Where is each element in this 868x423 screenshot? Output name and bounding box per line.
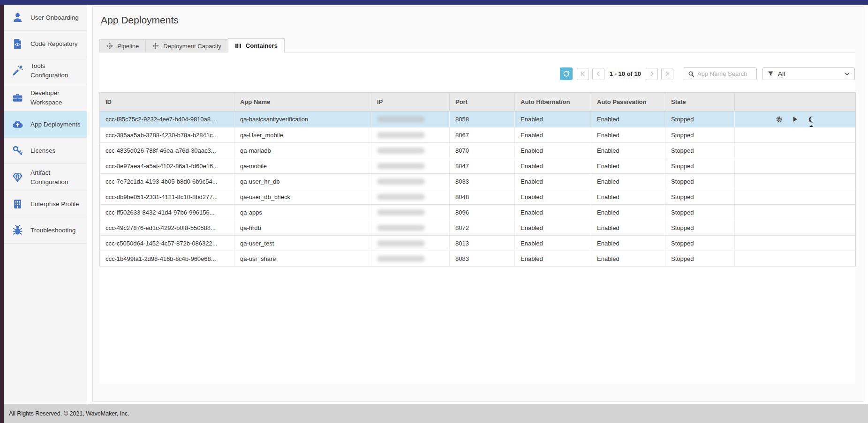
next-page-button[interactable] [646,68,658,80]
table-row[interactable]: ccc-1b499fa1-2d98-416b-8c4b-960e68...qa-… [100,251,856,267]
cell-auto-hibernation: Enabled [515,189,591,205]
tab-pipeline[interactable]: Pipeline [99,39,145,52]
prev-page-icon [595,71,601,77]
cell-id: ccc-db9be051-2331-4121-8c10-8bd277... [100,189,234,205]
sidebar-item-label: User Onboarding [30,13,82,22]
cell-state: Stopped [665,111,735,127]
start-button[interactable] [792,116,799,123]
cell-state: Stopped [665,174,735,189]
cell-id: ccc-49c27876-ed1c-4292-b0f8-550588... [100,220,234,236]
tab-bar: PipelineDeployment CapacityContainers [99,38,285,52]
ip-redacted-value [377,240,425,246]
main-panel: App Deployments PipelineDeployment Capac… [92,6,863,402]
prev-page-button[interactable] [592,68,604,80]
refresh-button[interactable] [560,67,573,80]
pagination-label: 1 - 10 of 10 [610,70,641,77]
cell-auto-hibernation: Enabled [515,220,591,236]
cell-port: 8048 [450,189,515,205]
gear-icon [776,116,783,123]
containers-icon [235,43,242,49]
chevron-down-icon [845,72,850,76]
table-row[interactable]: ccc-49c27876-ed1c-4292-b0f8-550588...qa-… [100,220,856,236]
table-row[interactable]: ccc-ff502633-8432-41d4-97b6-996156...qa-… [100,205,856,220]
cell-auto-hibernation: Enabled [515,143,591,158]
cell-id: ccc-4835d026-788f-46ea-a76d-30aac3... [100,143,234,158]
cell-auto-passivation: Enabled [591,143,665,158]
tab-containers[interactable]: Containers [228,38,285,52]
cell-port: 8070 [450,143,515,158]
cell-app-name: qa-basicsanityverification [234,111,371,127]
cell-actions [735,251,856,267]
cell-ip [371,111,450,127]
cell-auto-hibernation: Enabled [515,111,591,127]
cell-state: Stopped [665,189,735,205]
sidebar-item-user-onboarding[interactable]: User Onboarding [4,5,87,31]
table-row[interactable]: ccc-db9be051-2331-4121-8c10-8bd277...qa-… [100,189,856,205]
cell-port: 8047 [450,158,515,174]
search-input[interactable] [697,70,753,77]
sidebar-item-app-deployments[interactable]: App Deployments [4,111,87,138]
left-edge-strip [0,5,4,423]
last-page-icon [664,71,671,77]
tools-configuration-icon [12,65,23,76]
cell-ip [371,220,450,236]
licenses-icon [12,145,23,156]
ip-redacted-value [377,132,425,138]
cell-app-name: qa-apps [234,205,371,220]
artifact-configuration-icon [12,171,23,183]
table-row[interactable]: ccc-7e72c1da-4193-4b05-b8d0-6b9c54...qa-… [100,174,856,189]
sidebar-item-label: Troubleshooting [30,226,82,235]
cell-id: ccc-c5050d64-1452-4c57-872b-086322... [100,236,234,251]
last-page-button[interactable] [661,68,673,80]
table-row[interactable]: ccc-c5050d64-1452-4c57-872b-086322...qa-… [100,236,856,251]
filter-selected-value: All [778,70,785,77]
cell-auto-passivation: Enabled [591,189,665,205]
column-header-auto-hibernation: Auto Hibernation [515,93,591,111]
sidebar-item-tools-configuration[interactable]: Tools Configuration [4,57,87,84]
cell-auto-passivation: Enabled [591,236,665,251]
sidebar-item-artifact-configuration[interactable]: Artifact Configuration [4,164,87,191]
cell-app-name: qa-hrdb [234,220,371,236]
table-row[interactable]: ccc-4835d026-788f-46ea-a76d-30aac3...qa-… [100,143,856,158]
sidebar-item-developer-workspace[interactable]: Developer Workspace [4,84,87,111]
deployment-capacity-icon [152,43,159,49]
play-icon [792,116,799,123]
enterprise-profile-icon [12,198,23,210]
passivate-button[interactable]: Passivate [808,116,815,123]
ip-redacted-value [377,116,425,122]
sidebar-item-label: Developer Workspace [30,89,82,107]
tab-label: Containers [246,42,278,49]
developer-workspace-icon [12,92,23,104]
sidebar-item-code-repository[interactable]: </>Code Repository [4,31,87,57]
sidebar-item-licenses[interactable]: Licenses [4,138,87,164]
settings-button[interactable] [776,116,783,123]
cell-auto-hibernation: Enabled [515,174,591,189]
cell-ip [371,174,450,189]
first-page-button[interactable] [577,68,589,80]
ip-redacted-value [377,194,425,200]
table-row[interactable]: ccc-0e97aea4-a5af-4102-86a1-fd60e16...qa… [100,158,856,174]
cell-state: Stopped [665,236,735,251]
cell-app-name: qa-mariadb [234,143,371,158]
footer-copyright-text: All Rights Reserved. © 2021, WaveMaker, … [9,410,129,417]
cell-ip [371,189,450,205]
table-row[interactable]: ccc-f85c75c2-9232-4ee7-b404-9810a8...qa-… [100,111,856,127]
tab-label: Deployment Capacity [163,43,221,50]
cell-id: ccc-f85c75c2-9232-4ee7-b404-9810a8... [100,111,234,127]
sidebar-item-enterprise-profile[interactable]: Enterprise Profile [4,191,87,217]
tab-deployment-capacity[interactable]: Deployment Capacity [145,39,228,52]
cell-state: Stopped [665,205,735,220]
sidebar-item-label: Enterprise Profile [30,200,82,209]
cell-id: ccc-ff502633-8432-41d4-97b6-996156... [100,205,234,220]
cell-ip [371,205,450,220]
footer: All Rights Reserved. © 2021, WaveMaker, … [4,404,868,423]
state-filter-select[interactable]: All [762,67,855,80]
next-page-icon [649,71,655,77]
tab-content: 1 - 10 of 10 All IDApp NameIPPortAuto Hi… [99,52,855,384]
cell-auto-hibernation: Enabled [515,205,591,220]
cell-port: 8058 [450,111,515,127]
table-row[interactable]: ccc-385aa5ab-3788-4230-b78a-b2841c...qa-… [100,127,856,143]
sidebar-item-troubleshooting[interactable]: Troubleshooting [4,217,87,244]
top-navbar [0,0,868,5]
cell-actions [735,174,856,189]
